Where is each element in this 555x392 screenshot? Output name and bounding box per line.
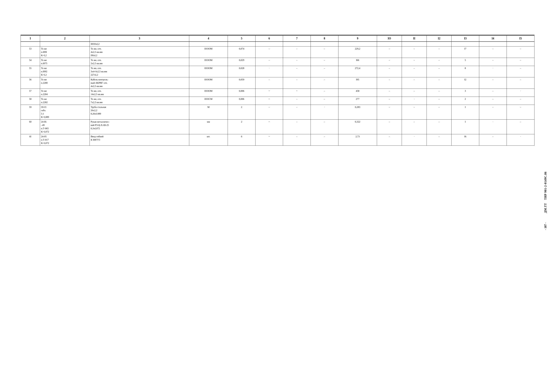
cell-6-13: – [479, 97, 507, 105]
cell-9-3: шт. [189, 134, 228, 146]
cell-5-5: ~ [255, 89, 283, 97]
cell-3-1: То жеп.I092K=I,2 [40, 66, 90, 77]
cell-3-6: – [283, 66, 311, 77]
cell-0-5 [255, 42, 283, 46]
th-8: 8 [311, 35, 338, 42]
th-4: 4 [189, 35, 228, 42]
cell-0-14 [507, 42, 534, 46]
cell-4-5: – [255, 77, 283, 89]
cell-0-0 [21, 42, 40, 46]
cell-3-10: – [402, 66, 427, 77]
cell-5-3: IOOOM [189, 89, 228, 97]
th-3: 3 [90, 35, 189, 42]
cell-1-6: – [283, 46, 311, 58]
cell-7-7: · [311, 105, 338, 120]
cell-0-12 [452, 42, 479, 46]
th-2: 2 [40, 35, 90, 42]
cell-2-5: – [255, 58, 283, 66]
cell-5-4: 0,006 [228, 89, 256, 97]
cell-3-11: – [427, 66, 452, 77]
cell-7-8: 0,283 [338, 105, 377, 120]
cell-7-6: – [283, 105, 311, 120]
cell-6-10: · [402, 97, 427, 105]
cell-4-0: 56 [21, 77, 40, 89]
table-row: 56То жеп.2280Кабель контроль-ный АКРВГ с… [21, 77, 534, 89]
cell-3-8: 272,4 [338, 66, 377, 77]
cell-6-4: 0,006 [228, 97, 256, 105]
cell-4-13: – [479, 77, 507, 89]
cell-9-1: 24-05п.Т-017K=I,072 [40, 134, 90, 146]
cell-0-2: IIOOxI,2 [90, 42, 189, 46]
th-10: IO [377, 35, 402, 42]
cell-5-13: – [479, 89, 507, 97]
cell-8-8: 0,322 [338, 120, 377, 134]
cell-3-14: – [507, 66, 534, 77]
cell-6-7: – [311, 97, 338, 105]
th-14: I4 [479, 35, 507, 42]
cell-9-9: – [377, 134, 402, 146]
table-row: 55То жеп.I092K=I,2То же, сеч.3x4+Ix2,5 к… [21, 66, 534, 77]
cell-3-13: · [479, 66, 507, 77]
cell-0-1 [40, 42, 90, 46]
cell-7-10: – [402, 105, 427, 120]
cell-7-11: – [427, 105, 452, 120]
cell-2-6: – [283, 58, 311, 66]
cell-0-4 [228, 42, 256, 46]
cell-4-11: – [427, 77, 452, 89]
table-row: 57То жеп.2284То же, сеч.14x2,5 кв.ммIOOO… [21, 89, 534, 97]
cell-9-12: I6 [452, 134, 479, 146]
cell-1-9: – [377, 46, 402, 58]
cell-0-13 [479, 42, 507, 46]
cell-2-14: – [507, 58, 534, 66]
cell-1-11: – [427, 46, 452, 58]
cell-2-0: 54 [21, 58, 40, 66]
cell-6-14: – [507, 97, 534, 105]
cell-4-2: Кабель контроль-ный АКРВГ сеч.4x2,5 кв.м… [90, 77, 189, 89]
cell-2-7: – [311, 58, 338, 66]
cell-9-4: 6 [228, 134, 256, 146]
th-13: I3 [452, 35, 479, 42]
cell-9-13: – [479, 134, 507, 146]
cell-1-5: – [255, 46, 283, 58]
table-row: 6I24-05п.Т-017K=I,072Ввод гибкийК I087У3… [21, 134, 534, 146]
cell-2-10: – [402, 58, 427, 66]
cell-9-5: ~ [255, 134, 283, 146]
cell-4-12: I2 [452, 77, 479, 89]
page: ТИР 901-2-0149С.86 ДМ.ТТ - 107 - I 2 3 4… [0, 0, 555, 392]
cell-9-6: – [283, 134, 311, 146]
cell-2-9: – [377, 58, 402, 66]
cell-6-2: То же, сеч.7x2,5 кв.мм [90, 97, 189, 105]
cell-7-14: – [507, 105, 534, 120]
cell-4-7: – [311, 77, 338, 89]
cell-6-9: – [377, 97, 402, 105]
cell-6-12: 2 [452, 97, 479, 105]
th-11: II [402, 35, 427, 42]
table-row: 59OI-I3габл.3.1K=I,089Труба стальная26x2… [21, 105, 534, 120]
cell-8-13: · [479, 120, 507, 134]
cell-0-3 [189, 42, 228, 46]
header-row: I 2 3 4 5 6 7 8 9 IO II I2 I3 I4 I5 [21, 35, 534, 42]
cell-8-9: – [377, 120, 402, 134]
cell-5-9: – [377, 89, 402, 97]
cell-9-14: · [507, 134, 534, 146]
cell-6-3: IOOCM [189, 97, 228, 105]
cell-2-12: 5 [452, 58, 479, 66]
standard-text: ДМ.ТТ [544, 203, 547, 213]
th-5: 5 [228, 35, 256, 42]
cell-5-14: · [507, 89, 534, 97]
cell-1-2: То же, сеч.4x2,5 кв.ммI9IxI,2 [90, 46, 189, 58]
cell-3-12: 8 [452, 66, 479, 77]
cell-6-1: То жеп.2282 [40, 97, 90, 105]
cell-3-0: 55 [21, 66, 40, 77]
cell-4-10: – [402, 77, 427, 89]
table-row: 53То жеп.I09IK=I,2То же, сеч.4x2,5 кв.мм… [21, 46, 534, 58]
table-row: 58То жеп.2282То же, сеч.7x2,5 кв.ммIOOCM… [21, 97, 534, 105]
cell-8-5: ~ [255, 120, 283, 134]
cell-5-7: – [311, 89, 338, 97]
cell-2-4: 0,029 [228, 58, 256, 66]
cell-9-10: · [402, 134, 427, 146]
cell-1-3: IOOOM [189, 46, 228, 58]
cell-7-4: 2 [228, 105, 256, 120]
cell-1-13: – [479, 46, 507, 58]
cell-7-9: – [377, 105, 402, 120]
